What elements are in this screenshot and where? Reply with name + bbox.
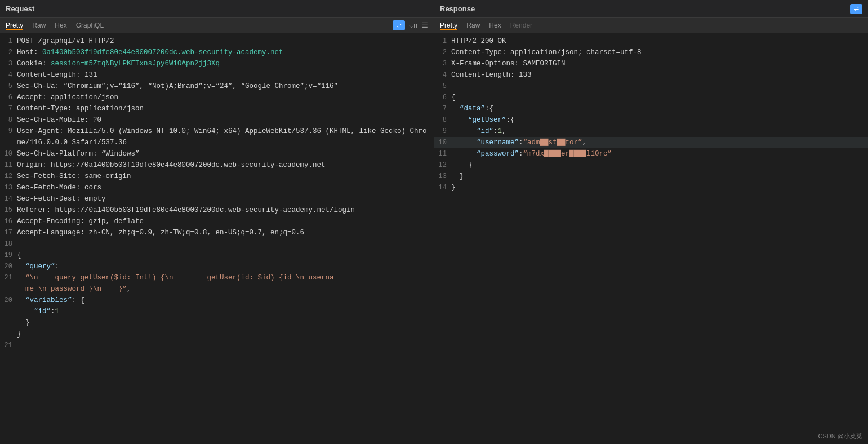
request-panel: Request Pretty Raw Hex GraphQL ⇌ ⌵n ☰ 1 …: [0, 0, 434, 444]
response-title: Response: [440, 5, 475, 13]
request-line-10: 10 Sec-Ch-Ua-Platform: “Windows”: [0, 148, 434, 159]
request-line-1: 1 POST /graphql/v1 HTTP/2: [0, 35, 434, 47]
request-line-22: me \n password }\n }”,: [0, 283, 434, 295]
request-tab-hex[interactable]: Hex: [55, 20, 66, 30]
response-tab-raw[interactable]: Raw: [466, 20, 480, 30]
request-ln-button[interactable]: ⌵n: [409, 21, 417, 29]
request-line-4: 4 Content-Length: 131: [0, 69, 434, 81]
request-line-24: “id”:1: [0, 306, 434, 317]
request-line-8: 8 Sec-Ch-Ua-Mobile: ?0: [0, 114, 434, 126]
request-tab-raw[interactable]: Raw: [32, 20, 46, 30]
response-line-6: 6 {: [434, 92, 868, 103]
request-line-26: }: [0, 328, 434, 340]
request-send-button[interactable]: ⇌: [393, 20, 405, 30]
response-line-11: 11 “password”:“m7dx████er████l10rc”: [434, 148, 868, 159]
response-tabs-bar: Pretty Raw Hex Render: [434, 18, 868, 33]
response-line-4: 4 Content-Length: 133: [434, 69, 868, 81]
response-line-10: 10 “username”:“adm██st██tor”,: [434, 137, 868, 148]
response-line-1: 1 HTTP/2 200 OK: [434, 35, 868, 47]
request-line-3: 3 Cookie: session=m5ZtqNByLPKETxnsJpy6Wi…: [0, 58, 434, 69]
request-line-25: }: [0, 317, 434, 328]
request-line-7: 7 Content-Type: application/json: [0, 103, 434, 114]
response-line-7: 7 “data”:{: [434, 103, 868, 114]
request-line-17: 17 Accept-Language: zh-CN, zh;q=0.9, zh-…: [0, 227, 434, 238]
response-code-area: 1 HTTP/2 200 OK 2 Content-Type: applicat…: [434, 33, 868, 444]
request-tab-pretty[interactable]: Pretty: [6, 20, 23, 30]
response-line-13: 13 }: [434, 171, 868, 182]
request-line-15: 15 Referer: https://0a1400b503f19dfe80e4…: [0, 205, 434, 216]
response-line-8: 8 “getUser”:{: [434, 114, 868, 126]
request-line-9: 9 User-Agent: Mozilla/5.0 (Windows NT 10…: [0, 126, 434, 148]
request-menu-button[interactable]: ☰: [422, 21, 428, 29]
response-line-12: 12 }: [434, 159, 868, 171]
request-tab-graphql[interactable]: GraphQL: [76, 20, 104, 30]
request-tabs-bar: Pretty Raw Hex GraphQL ⇌ ⌵n ☰: [0, 18, 434, 33]
response-line-14: 14 }: [434, 182, 868, 193]
response-line-3: 3 X-Frame-Options: SAMEORIGIN: [434, 58, 868, 69]
response-tab-pretty[interactable]: Pretty: [440, 20, 457, 30]
request-line-2: 2 Host: 0a1400b503f19dfe80e44e80007200dc…: [0, 47, 434, 58]
response-panel: Response ⇌ Pretty Raw Hex Render 1 HTTP/…: [434, 0, 868, 444]
request-line-12: 12 Sec-Fetch-Site: same-origin: [0, 171, 434, 182]
watermark: CSDN @小菜莴: [818, 432, 862, 441]
response-tab-render[interactable]: Render: [510, 20, 532, 30]
request-line-13: 13 Sec-Fetch-Mode: cors: [0, 182, 434, 193]
request-code-area: 1 POST /graphql/v1 HTTP/2 2 Host: 0a1400…: [0, 33, 434, 444]
request-header: Request: [0, 0, 434, 18]
request-line-21: 21 “\n query getUser($id: Int!) {\n getU…: [0, 272, 434, 283]
request-line-5: 5 Sec-Ch-Ua: “Chromium”;v=“116”, “Not)A;…: [0, 81, 434, 92]
request-line-27: 21: [0, 340, 434, 351]
response-line-5: 5: [434, 81, 868, 92]
response-header: Response ⇌: [434, 0, 868, 18]
response-copy-button[interactable]: ⇌: [850, 4, 862, 14]
response-line-9: 9 “id”:1,: [434, 126, 868, 137]
request-title: Request: [6, 5, 34, 13]
response-line-2: 2 Content-Type: application/json; charse…: [434, 47, 868, 58]
response-tab-hex[interactable]: Hex: [489, 20, 501, 30]
request-line-14: 14 Sec-Fetch-Dest: empty: [0, 193, 434, 205]
request-line-20: 20 “query”:: [0, 261, 434, 272]
request-tab-icons: ⇌ ⌵n ☰: [393, 20, 428, 30]
request-line-19: 19 {: [0, 250, 434, 261]
request-line-23: 20 “variables”: {: [0, 295, 434, 306]
request-line-6: 6 Accept: application/json: [0, 92, 434, 103]
request-line-18: 18: [0, 238, 434, 250]
request-line-16: 16 Accept-Encoding: gzip, deflate: [0, 216, 434, 227]
request-line-11: 11 Origin: https://0a1400b503f19dfe80e44…: [0, 159, 434, 171]
